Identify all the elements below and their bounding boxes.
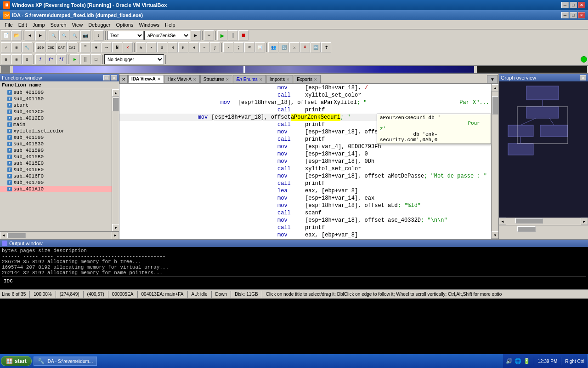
tb-100-btn[interactable]: 100 [35,42,45,52]
vm-restore-btn[interactable]: □ [570,2,577,8]
search-value-dropdown[interactable]: aPourZenkSe [144,31,190,40]
func-item-sub_4012C0[interactable]: f sub_4012C0 [0,109,112,115]
tab-imports-close[interactable]: ✕ [286,77,290,82]
start-button[interactable]: 🪟 start [1,356,32,366]
tb-find-btn[interactable]: 🔍 [49,30,59,40]
tb-sig-btn[interactable]: ≋ [136,42,146,52]
debugger-dropdown[interactable]: No debugger [104,54,164,64]
graph-close-btn[interactable]: ✕ [580,75,586,80]
tb-r2-x5[interactable]: K [178,42,188,52]
tab-ida-view-a-close[interactable]: ✕ [157,77,161,81]
func-item-start[interactable]: f start [0,102,112,109]
tb-new-btn[interactable]: 📄 [1,30,11,40]
tb-r2-people4[interactable]: 🔤 [311,42,321,52]
menu-jump[interactable]: Jump [30,21,48,29]
tab-hex-view-a-close[interactable]: ✕ [193,77,197,82]
func-sb-h-track[interactable] [7,232,112,239]
menu-view[interactable]: View [69,21,85,29]
graph-sb-h-thumb[interactable] [515,218,543,224]
tb-arrow-btn[interactable]: ↓ [94,30,104,40]
func-item-sub_4012E0[interactable]: f sub_4012E0 [0,115,112,121]
graph-sb-h-track[interactable] [506,218,581,225]
tb-scissors-btn[interactable]: ✂ [204,30,214,40]
func-sb-thumb[interactable] [113,98,119,111]
tb-r2-wave[interactable]: ≈ [244,42,254,52]
tb-search-go-btn[interactable]: ▶ [191,30,201,40]
func-item-sub_4016F0[interactable]: f sub_4016F0 [0,173,112,179]
code-sb-track[interactable] [492,92,498,231]
tb-pause-btn[interactable]: ‖ [228,30,238,40]
menu-help[interactable]: Help [162,21,178,29]
tab-imports[interactable]: Imports ✕ [266,75,293,83]
tb-open-btn[interactable]: 📂 [11,30,22,40]
tab-exports[interactable]: Exports ✕ [294,75,321,83]
tab-structures[interactable]: Structures ✕ [200,75,233,83]
tb-r2-people3[interactable]: ⚔ [289,42,300,52]
tb-func3-btn[interactable]: ƒ∫ [57,54,67,64]
tb-r2-x7[interactable]: ~ [199,42,209,52]
tb-r2-sem[interactable]: ; [234,42,244,52]
func-item-sub_401150[interactable]: f sub_401150 [0,96,112,102]
tb-r2-chart[interactable]: 📊 [255,42,265,52]
func-item-sub_401A10[interactable]: f sub_401A10 [0,186,112,192]
func-scrollbar-v[interactable]: ▲ ▼ [112,89,119,231]
tab-ida-view-a[interactable]: IDA View-A ✕ [128,75,164,83]
tb-r2-2[interactable]: ⊞ [11,42,22,52]
tb-stop2-btn[interactable]: □ [91,54,101,64]
tab-exports-close[interactable]: ✕ [314,77,317,82]
graph-bottom-scroll[interactable] [499,225,588,232]
tb-func2-btn[interactable]: ƒ+ [46,54,56,64]
menu-debugger[interactable]: Debugger [85,21,113,29]
tb-stop-btn[interactable]: ■ [238,30,249,40]
tb-r2-people5[interactable]: 🗡 [321,42,331,52]
tb-find3-btn[interactable]: 🔍 [70,30,80,40]
tb-play-btn[interactable]: ▶ [70,54,80,64]
tb-r3-3[interactable]: ⊡ [22,54,32,64]
tb-r2-x3[interactable]: S [157,42,167,52]
tb-func-btn[interactable]: ƒ [35,54,45,64]
vm-window-controls[interactable]: ─ □ ✕ [561,2,585,8]
nav-progress-bar[interactable] [13,66,474,73]
output-content[interactable]: bytes pages size description ------ ----… [0,247,588,289]
graph-v-thumb[interactable] [517,226,536,232]
tb-camera-btn[interactable]: 📷 [80,30,90,40]
func-item-sub_4016E0[interactable]: f sub_4016E0 [0,167,112,173]
tb-back-btn[interactable]: ◀ [25,30,35,40]
tb-r3-1[interactable]: ⊟ [1,54,11,64]
func-item-sub_401700[interactable]: f sub_401700 [0,179,112,186]
vm-minimize-btn[interactable]: ─ [561,2,569,8]
graph-sb-left[interactable]: ◀ [499,218,506,225]
tb-r3-green[interactable] [581,56,587,63]
tb-r2-3[interactable]: 🔧 [22,42,32,52]
func-sb-h-right[interactable]: ▶ [112,232,119,239]
ida-close-btn[interactable]: ✕ [578,12,585,18]
ida-code-view[interactable]: mov [esp+18h+var_18], / call xylitol_set… [119,84,491,239]
tab-enums[interactable]: En Enums ✕ [233,75,266,83]
code-scrollbar-v[interactable]: ▲ ▼ [491,84,498,239]
tb-r2-x4[interactable]: M [168,42,178,52]
taskbar-ida-item[interactable]: 🔧 IDA - S:\reverse\dum... [34,356,97,366]
tb-n-btn[interactable]: N [112,42,122,52]
tab-close-all[interactable]: ✕ [119,75,128,83]
tb-dat-btn[interactable]: DAT [57,42,67,52]
tb-r2-people1[interactable]: 👥 [268,42,278,52]
code-sb-down[interactable]: ▼ [492,231,498,239]
func-item-sub_401500[interactable]: f sub_401500 [0,134,112,141]
idc-input-field[interactable] [2,278,29,284]
ida-minimize-btn[interactable]: ─ [561,12,569,18]
tb-quote-btn[interactable]: " [80,42,90,52]
tb-star-btn[interactable]: ✱ [91,42,101,52]
tb-r2-x8[interactable]: ∫ [210,42,220,52]
search-type-dropdown[interactable]: Text [107,31,144,40]
func-sb-down[interactable]: ▼ [112,224,119,231]
tb-green-play[interactable]: ▶ [217,30,227,40]
func-item-main[interactable]: f main [0,121,112,128]
func-item-sub_4015B0[interactable]: f sub_4015B0 [0,154,112,160]
tab-enums-close[interactable]: ✕ [259,77,263,82]
func-item-xylitol[interactable]: f xylitol_set_color [0,128,112,134]
code-sb-thumb[interactable] [492,96,498,115]
menu-edit[interactable]: Edit [16,21,30,29]
menu-search[interactable]: Search [48,21,69,29]
panel-title-controls[interactable]: ⊞ ✕ [103,75,117,80]
func-item-sub_401000[interactable]: f sub_401000 [0,89,112,96]
